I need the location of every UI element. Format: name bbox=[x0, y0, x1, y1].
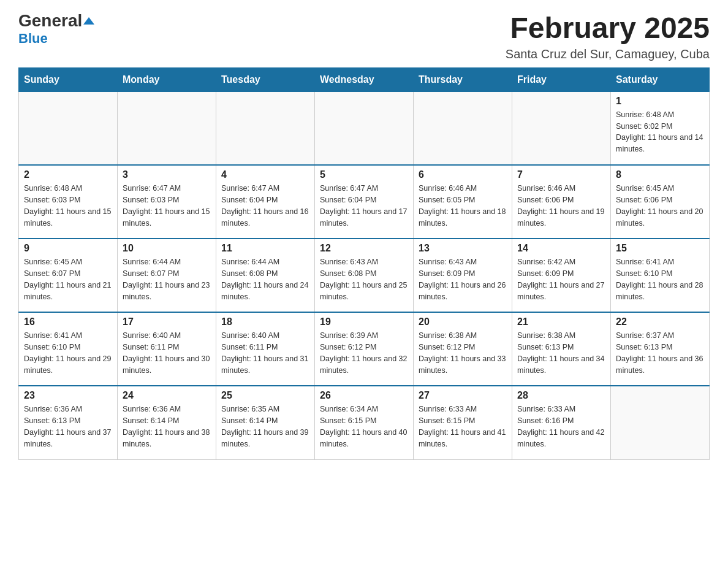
calendar-cell: 16Sunrise: 6:41 AMSunset: 6:10 PMDayligh… bbox=[19, 312, 118, 386]
day-info: Sunrise: 6:48 AMSunset: 6:03 PMDaylight:… bbox=[24, 183, 112, 229]
day-info: Sunrise: 6:38 AMSunset: 6:13 PMDaylight:… bbox=[517, 330, 605, 376]
calendar-cell bbox=[611, 386, 710, 459]
day-number: 9 bbox=[24, 243, 112, 254]
calendar-cell: 28Sunrise: 6:33 AMSunset: 6:16 PMDayligh… bbox=[512, 386, 611, 459]
day-info: Sunrise: 6:48 AMSunset: 6:02 PMDaylight:… bbox=[616, 109, 704, 155]
day-number: 13 bbox=[419, 243, 507, 254]
day-number: 27 bbox=[419, 390, 507, 401]
day-number: 25 bbox=[221, 390, 309, 401]
day-header-friday: Friday bbox=[512, 67, 611, 91]
day-number: 11 bbox=[221, 243, 309, 254]
day-number: 8 bbox=[616, 169, 704, 180]
day-info: Sunrise: 6:43 AMSunset: 6:09 PMDaylight:… bbox=[419, 256, 507, 302]
day-number: 2 bbox=[24, 169, 112, 180]
calendar-cell: 6Sunrise: 6:46 AMSunset: 6:05 PMDaylight… bbox=[414, 165, 512, 239]
calendar-cell: 22Sunrise: 6:37 AMSunset: 6:13 PMDayligh… bbox=[611, 312, 710, 386]
calendar-cell bbox=[414, 91, 512, 165]
day-info: Sunrise: 6:42 AMSunset: 6:09 PMDaylight:… bbox=[517, 256, 605, 302]
day-number: 6 bbox=[419, 169, 507, 180]
calendar-cell: 5Sunrise: 6:47 AMSunset: 6:04 PMDaylight… bbox=[315, 165, 414, 239]
day-number: 26 bbox=[320, 390, 408, 401]
day-number: 4 bbox=[221, 169, 309, 180]
page-subtitle: Santa Cruz del Sur, Camaguey, Cuba bbox=[506, 47, 710, 61]
day-info: Sunrise: 6:47 AMSunset: 6:03 PMDaylight:… bbox=[123, 183, 211, 229]
day-info: Sunrise: 6:40 AMSunset: 6:11 PMDaylight:… bbox=[221, 330, 309, 376]
calendar-cell: 25Sunrise: 6:35 AMSunset: 6:14 PMDayligh… bbox=[216, 386, 315, 459]
day-number: 24 bbox=[123, 390, 211, 401]
logo-general: General bbox=[18, 12, 94, 29]
day-header-sunday: Sunday bbox=[19, 67, 118, 91]
day-info: Sunrise: 6:46 AMSunset: 6:05 PMDaylight:… bbox=[419, 183, 507, 229]
day-info: Sunrise: 6:34 AMSunset: 6:15 PMDaylight:… bbox=[320, 404, 408, 450]
calendar-week-row: 16Sunrise: 6:41 AMSunset: 6:10 PMDayligh… bbox=[19, 312, 710, 386]
day-number: 12 bbox=[320, 243, 408, 254]
day-info: Sunrise: 6:44 AMSunset: 6:07 PMDaylight:… bbox=[123, 256, 211, 302]
logo: General Blue bbox=[18, 12, 94, 47]
day-info: Sunrise: 6:45 AMSunset: 6:06 PMDaylight:… bbox=[616, 183, 704, 229]
day-number: 14 bbox=[517, 243, 605, 254]
calendar-cell: 13Sunrise: 6:43 AMSunset: 6:09 PMDayligh… bbox=[414, 239, 512, 312]
day-info: Sunrise: 6:39 AMSunset: 6:12 PMDaylight:… bbox=[320, 330, 408, 376]
calendar-cell: 15Sunrise: 6:41 AMSunset: 6:10 PMDayligh… bbox=[611, 239, 710, 312]
day-number: 19 bbox=[320, 316, 408, 327]
calendar-cell: 20Sunrise: 6:38 AMSunset: 6:12 PMDayligh… bbox=[414, 312, 512, 386]
logo-blue: Blue bbox=[18, 31, 48, 47]
day-number: 3 bbox=[123, 169, 211, 180]
title-block: February 2025 Santa Cruz del Sur, Camagu… bbox=[506, 12, 710, 61]
calendar-cell: 27Sunrise: 6:33 AMSunset: 6:15 PMDayligh… bbox=[414, 386, 512, 459]
calendar-week-row: 2Sunrise: 6:48 AMSunset: 6:03 PMDaylight… bbox=[19, 165, 710, 239]
day-header-saturday: Saturday bbox=[611, 67, 710, 91]
day-info: Sunrise: 6:37 AMSunset: 6:13 PMDaylight:… bbox=[616, 330, 704, 376]
calendar-cell: 19Sunrise: 6:39 AMSunset: 6:12 PMDayligh… bbox=[315, 312, 414, 386]
calendar-week-row: 1Sunrise: 6:48 AMSunset: 6:02 PMDaylight… bbox=[19, 91, 710, 165]
calendar-cell: 1Sunrise: 6:48 AMSunset: 6:02 PMDaylight… bbox=[611, 91, 710, 165]
calendar-cell: 7Sunrise: 6:46 AMSunset: 6:06 PMDaylight… bbox=[512, 165, 611, 239]
calendar-table: SundayMondayTuesdayWednesdayThursdayFrid… bbox=[18, 67, 710, 460]
day-number: 16 bbox=[24, 316, 112, 327]
calendar-cell: 26Sunrise: 6:34 AMSunset: 6:15 PMDayligh… bbox=[315, 386, 414, 459]
calendar-cell: 3Sunrise: 6:47 AMSunset: 6:03 PMDaylight… bbox=[118, 165, 216, 239]
day-info: Sunrise: 6:47 AMSunset: 6:04 PMDaylight:… bbox=[320, 183, 408, 229]
calendar-cell: 9Sunrise: 6:45 AMSunset: 6:07 PMDaylight… bbox=[19, 239, 118, 312]
day-info: Sunrise: 6:47 AMSunset: 6:04 PMDaylight:… bbox=[221, 183, 309, 229]
calendar-cell bbox=[118, 91, 216, 165]
day-info: Sunrise: 6:33 AMSunset: 6:16 PMDaylight:… bbox=[517, 404, 605, 450]
day-info: Sunrise: 6:46 AMSunset: 6:06 PMDaylight:… bbox=[517, 183, 605, 229]
page-title: February 2025 bbox=[506, 12, 710, 45]
day-info: Sunrise: 6:38 AMSunset: 6:12 PMDaylight:… bbox=[419, 330, 507, 376]
calendar-cell bbox=[19, 91, 118, 165]
day-info: Sunrise: 6:43 AMSunset: 6:08 PMDaylight:… bbox=[320, 256, 408, 302]
day-number: 22 bbox=[616, 316, 704, 327]
day-number: 28 bbox=[517, 390, 605, 401]
calendar-week-row: 23Sunrise: 6:36 AMSunset: 6:13 PMDayligh… bbox=[19, 386, 710, 459]
day-number: 7 bbox=[517, 169, 605, 180]
day-number: 21 bbox=[517, 316, 605, 327]
day-info: Sunrise: 6:36 AMSunset: 6:14 PMDaylight:… bbox=[123, 404, 211, 450]
calendar-cell: 10Sunrise: 6:44 AMSunset: 6:07 PMDayligh… bbox=[118, 239, 216, 312]
calendar-cell: 18Sunrise: 6:40 AMSunset: 6:11 PMDayligh… bbox=[216, 312, 315, 386]
day-header-thursday: Thursday bbox=[414, 67, 512, 91]
calendar-cell: 4Sunrise: 6:47 AMSunset: 6:04 PMDaylight… bbox=[216, 165, 315, 239]
calendar-cell: 17Sunrise: 6:40 AMSunset: 6:11 PMDayligh… bbox=[118, 312, 216, 386]
calendar-cell: 11Sunrise: 6:44 AMSunset: 6:08 PMDayligh… bbox=[216, 239, 315, 312]
page-header: General Blue February 2025 Santa Cruz de… bbox=[18, 12, 710, 61]
calendar-cell: 23Sunrise: 6:36 AMSunset: 6:13 PMDayligh… bbox=[19, 386, 118, 459]
day-number: 1 bbox=[616, 96, 704, 107]
calendar-cell: 8Sunrise: 6:45 AMSunset: 6:06 PMDaylight… bbox=[611, 165, 710, 239]
day-info: Sunrise: 6:41 AMSunset: 6:10 PMDaylight:… bbox=[616, 256, 704, 302]
calendar-header-row: SundayMondayTuesdayWednesdayThursdayFrid… bbox=[19, 67, 710, 91]
calendar-cell: 24Sunrise: 6:36 AMSunset: 6:14 PMDayligh… bbox=[118, 386, 216, 459]
day-number: 20 bbox=[419, 316, 507, 327]
day-info: Sunrise: 6:44 AMSunset: 6:08 PMDaylight:… bbox=[221, 256, 309, 302]
day-info: Sunrise: 6:35 AMSunset: 6:14 PMDaylight:… bbox=[221, 404, 309, 450]
day-number: 18 bbox=[221, 316, 309, 327]
day-info: Sunrise: 6:40 AMSunset: 6:11 PMDaylight:… bbox=[123, 330, 211, 376]
calendar-cell: 14Sunrise: 6:42 AMSunset: 6:09 PMDayligh… bbox=[512, 239, 611, 312]
day-header-tuesday: Tuesday bbox=[216, 67, 315, 91]
day-number: 17 bbox=[123, 316, 211, 327]
day-header-wednesday: Wednesday bbox=[315, 67, 414, 91]
calendar-cell: 21Sunrise: 6:38 AMSunset: 6:13 PMDayligh… bbox=[512, 312, 611, 386]
day-number: 15 bbox=[616, 243, 704, 254]
day-info: Sunrise: 6:36 AMSunset: 6:13 PMDaylight:… bbox=[24, 404, 112, 450]
day-number: 23 bbox=[24, 390, 112, 401]
